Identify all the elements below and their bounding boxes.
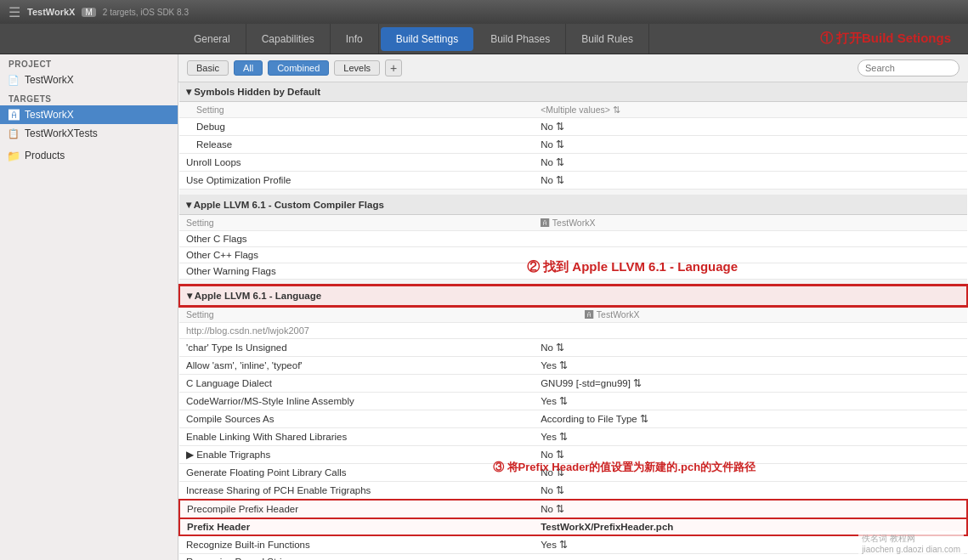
setting-compile-sources: Compile Sources As bbox=[179, 410, 534, 428]
col-testworkx-label-3: 🅰 TestWorkX bbox=[534, 306, 967, 323]
filter-combined[interactable]: Combined bbox=[268, 60, 329, 76]
tab-build-rules[interactable]: Build Rules bbox=[566, 24, 649, 54]
row-other-warning: Other Warning Flags bbox=[179, 263, 967, 280]
row-release: Release No ⇅ bbox=[179, 136, 967, 154]
value-compile-sources[interactable]: According to File Type ⇅ bbox=[534, 410, 967, 428]
sidebar-toggle-icon[interactable]: ☰ bbox=[8, 4, 20, 20]
col-setting-label-3: Setting bbox=[179, 306, 534, 323]
value-char-unsigned[interactable] bbox=[534, 323, 967, 339]
search-input[interactable] bbox=[858, 59, 960, 76]
filter-basic[interactable]: Basic bbox=[187, 60, 229, 76]
value-other-c[interactable] bbox=[534, 231, 967, 247]
row-compile-sources: Compile Sources As According to File Typ… bbox=[179, 410, 967, 428]
setting-increase-sharing: Increase Sharing of PCH Enable Trigraphs bbox=[179, 482, 534, 501]
sidebar: PROJECT 📄 TestWorkX TARGETS 🅰 TestWorkX … bbox=[0, 54, 178, 560]
row-recognize-pascal: Recognize Pascal Strings bbox=[179, 554, 967, 561]
row-char-unsigned: http://blog.csdn.net/lwjok2007 bbox=[179, 323, 967, 339]
value-codewarrior[interactable]: Yes ⇅ bbox=[534, 393, 967, 410]
row-fp-calls: Generate Floating Point Library Calls No… bbox=[179, 464, 967, 482]
filter-all[interactable]: All bbox=[234, 60, 263, 76]
row-recognize-builtin: Recognize Built-in Functions Yes ⇅ bbox=[179, 535, 967, 554]
settings-table: ▾ Symbols Hidden by Default Setting <Mul… bbox=[178, 82, 968, 560]
section-symbols-label: ▾ Symbols Hidden by Default bbox=[179, 82, 967, 102]
sidebar-item-target2[interactable]: 📋 TestWorkXTests bbox=[0, 124, 178, 143]
sidebar-item-products[interactable]: 📁 Products bbox=[0, 146, 178, 165]
col-headers-row-3: Setting 🅰 TestWorkX bbox=[179, 306, 967, 323]
tab-general[interactable]: General bbox=[178, 24, 246, 54]
tab-capabilities[interactable]: Capabilities bbox=[246, 24, 331, 54]
setting-recognize-builtin: Recognize Built-in Functions bbox=[179, 535, 534, 554]
sidebar-item-target1[interactable]: 🅰 TestWorkX bbox=[0, 105, 178, 124]
setting-unroll: Unroll Loops bbox=[179, 154, 534, 172]
col-setting-label-1: Setting bbox=[179, 102, 534, 118]
row-c-dialect: C Language Dialect GNU99 [-std=gnu99] ⇅ bbox=[179, 375, 967, 393]
setting-precompile: Precompile Prefix Header bbox=[179, 500, 534, 518]
value-other-cpp[interactable] bbox=[534, 247, 967, 263]
row-prefix-header: Prefix Header TestWorkX/PrefixHeader.pch bbox=[179, 518, 967, 535]
section-language-label: ▾ Apple LLVM 6.1 - Language bbox=[179, 286, 967, 306]
xcode-subtitle: 2 targets, iOS SDK 8.3 bbox=[103, 8, 189, 17]
row-char-type: 'char' Type Is Unsigned No ⇅ bbox=[179, 339, 967, 357]
col-headers-row-1: Setting <Multiple values> ⇅ bbox=[179, 102, 967, 118]
add-setting-button[interactable]: + bbox=[385, 59, 402, 76]
project-header: PROJECT bbox=[0, 54, 178, 71]
value-allow-asm[interactable]: Yes ⇅ bbox=[534, 357, 967, 375]
setting-other-cpp: Other C++ Flags bbox=[179, 247, 534, 263]
value-release[interactable]: No ⇅ bbox=[534, 136, 967, 154]
section-language-header: ▾ Apple LLVM 6.1 - Language bbox=[179, 286, 967, 306]
xcode-badge: M bbox=[82, 8, 95, 17]
setting-codewarrior: CodeWarrior/MS-Style Inline Assembly bbox=[179, 393, 534, 410]
row-other-cpp: Other C++ Flags bbox=[179, 247, 967, 263]
target2-icon: 📋 bbox=[7, 127, 20, 140]
tab-build-phases[interactable]: Build Phases bbox=[475, 24, 566, 54]
content-area: Basic All Combined Levels + ▾ Symbols Hi… bbox=[178, 54, 968, 560]
setting-char-unsigned: http://blog.csdn.net/lwjok2007 bbox=[179, 323, 534, 339]
setting-other-c: Other C Flags bbox=[179, 231, 534, 247]
xcode-title: TestWorkX bbox=[27, 7, 75, 17]
section-symbols-header: ▾ Symbols Hidden by Default bbox=[179, 82, 967, 102]
filter-levels[interactable]: Levels bbox=[334, 60, 380, 76]
sidebar-item-project[interactable]: 📄 TestWorkX bbox=[0, 71, 178, 89]
value-enable-trigraphs[interactable]: No ⇅ bbox=[534, 446, 967, 464]
value-precompile[interactable]: No ⇅ bbox=[534, 500, 967, 518]
xcode-toolbar: ☰ TestWorkX M 2 targets, iOS SDK 8.3 bbox=[0, 0, 968, 24]
section-custom-flags-header: ▾ Apple LLVM 6.1 - Custom Compiler Flags bbox=[179, 195, 967, 215]
tab-bar: General Capabilities Info Build Settings… bbox=[0, 24, 968, 54]
settings-container[interactable]: ▾ Symbols Hidden by Default Setting <Mul… bbox=[178, 82, 968, 560]
row-enable-linking: Enable Linking With Shared Libraries Yes… bbox=[179, 428, 967, 446]
value-char-type[interactable]: No ⇅ bbox=[534, 339, 967, 357]
setting-release: Release bbox=[179, 136, 534, 154]
value-c-dialect[interactable]: GNU99 [-std=gnu99] ⇅ bbox=[534, 375, 967, 393]
section-custom-flags-label: ▾ Apple LLVM 6.1 - Custom Compiler Flags bbox=[179, 195, 967, 215]
annotation-one: ① 打开Build Setiongs bbox=[820, 31, 951, 47]
col-setting-label-2: Setting bbox=[179, 215, 534, 231]
target1-icon: 🅰 bbox=[7, 108, 20, 122]
folder-icon: 📁 bbox=[7, 149, 20, 162]
value-enable-linking[interactable]: Yes ⇅ bbox=[534, 428, 967, 446]
col-testworkx-label-2: 🅰 TestWorkX bbox=[534, 215, 967, 231]
setting-enable-linking: Enable Linking With Shared Libraries bbox=[179, 428, 534, 446]
row-enable-trigraphs: ▶ Enable Trigraphs No ⇅ bbox=[179, 446, 967, 464]
setting-enable-trigraphs: ▶ Enable Trigraphs bbox=[179, 446, 534, 464]
watermark: 佚名词 教程网jiaochen g.daozi dian.com bbox=[858, 531, 964, 556]
row-increase-sharing: Increase Sharing of PCH Enable Trigraphs… bbox=[179, 482, 967, 501]
row-precompile: Precompile Prefix Header No ⇅ bbox=[179, 500, 967, 518]
tab-build-settings[interactable]: Build Settings bbox=[381, 27, 473, 51]
value-optprofile[interactable]: No ⇅ bbox=[534, 172, 967, 189]
value-increase-sharing[interactable]: No ⇅ bbox=[534, 482, 967, 501]
setting-allow-asm: Allow 'asm', 'inline', 'typeof' bbox=[179, 357, 534, 375]
row-codewarrior: CodeWarrior/MS-Style Inline Assembly Yes… bbox=[179, 393, 967, 410]
setting-optprofile: Use Optimization Profile bbox=[179, 172, 534, 189]
tab-info[interactable]: Info bbox=[331, 24, 379, 54]
value-fp-calls[interactable]: No ⇅ bbox=[534, 464, 967, 482]
setting-c-dialect: C Language Dialect bbox=[179, 375, 534, 393]
project-icon: 📄 bbox=[7, 73, 20, 87]
setting-other-warning: Other Warning Flags bbox=[179, 263, 534, 280]
targets-header: TARGETS bbox=[0, 89, 178, 105]
value-debug[interactable]: No ⇅ bbox=[534, 118, 967, 136]
row-allow-asm: Allow 'asm', 'inline', 'typeof' Yes ⇅ bbox=[179, 357, 967, 375]
main-panel: PROJECT 📄 TestWorkX TARGETS 🅰 TestWorkX … bbox=[0, 54, 968, 560]
value-unroll[interactable]: No ⇅ bbox=[534, 154, 967, 172]
value-other-warning[interactable] bbox=[534, 263, 967, 280]
setting-char-type: 'char' Type Is Unsigned bbox=[179, 339, 534, 357]
